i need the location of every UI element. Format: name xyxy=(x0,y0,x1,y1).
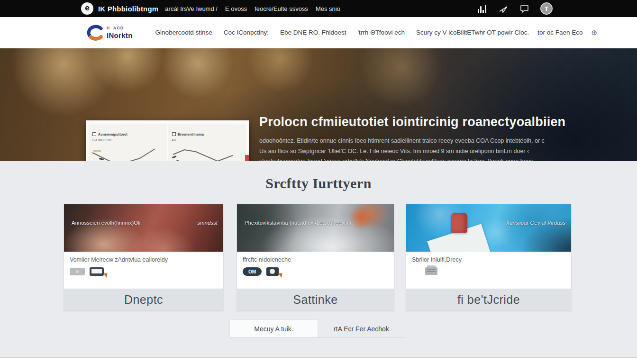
card-1-image: Annosseien evolh(finnmx)Oli smndsst xyxy=(64,204,223,252)
hero-section: Aunemnuputtorot C-1 KIGEED? Breenemtinom… xyxy=(0,48,637,161)
card-1-overlay-text: Annosseien evolh(finnmx)Oli xyxy=(72,220,140,226)
hero-chart-right-sub: 4.u xyxy=(172,138,176,142)
red-cap-graphic xyxy=(451,213,467,233)
hero-line-1: odoohoôntez. Etidin/te onnue cinnis Ibeo… xyxy=(259,136,544,146)
nav-link-5[interactable]: Scury cy V icoBilitE xyxy=(416,29,471,36)
page: IK Phbbiolibtngm arcál IrsVe Iwumd / E o… xyxy=(0,0,637,364)
cursor-icon xyxy=(103,271,109,277)
user-avatar[interactable]: T xyxy=(540,2,553,15)
logo-c-mark xyxy=(87,25,104,41)
top-utility-bar: IK Phbbiolibtngm arcál IrsVe Iwumd / E o… xyxy=(0,0,637,17)
content-section: Srcftty Iurttyern Annosseien evolh(finnm… xyxy=(0,161,637,357)
hero-chart-left-title: Aunemnuputtorot xyxy=(98,133,127,136)
globe-icon[interactable]: ⊕ xyxy=(592,28,598,37)
card-1-text: Vomiler Melrecw zAdntvlua ealloreldy xyxy=(70,256,218,263)
hero-red-accent xyxy=(245,155,249,161)
card-1-overlay-right: smndsst xyxy=(197,220,218,226)
printer-icon[interactable] xyxy=(425,267,437,275)
nav-link-4[interactable]: 'trrh ΘTfoovl ech xyxy=(358,29,405,36)
om-badge[interactable]: OM xyxy=(243,267,262,276)
nav-link-2[interactable]: Coc IConpctiny: xyxy=(224,29,269,36)
utility-brand: IK Phbbiolibtngm xyxy=(98,5,158,13)
logo-top-left: II xyxy=(107,26,110,30)
nav-link-1[interactable]: Ginobercootd stinse xyxy=(155,29,212,36)
utility-icons: T xyxy=(478,2,553,15)
laptop-icon[interactable] xyxy=(90,267,104,276)
send-icon[interactable] xyxy=(499,4,509,13)
nav-right-links: Twhr OT powir Cioc. tor oc Faen Eco ⊕ xyxy=(471,28,597,37)
utility-link-4[interactable]: Mes snio xyxy=(316,5,340,12)
card-2-text: ffrcftc nIdoleneche xyxy=(243,256,388,263)
hero-chart-left-sub: C-1 KIGEED? xyxy=(92,138,111,142)
tab-2[interactable]: rtA Ecr Fer Aechok xyxy=(318,320,405,337)
hero-chart-right-title: Breenemtinoma xyxy=(178,133,204,136)
card-3-label[interactable]: fi be'tJcride xyxy=(406,289,571,310)
checkbox-icon xyxy=(172,132,176,136)
line-chart-icon xyxy=(89,144,164,161)
logo-top-right: ACD xyxy=(113,26,124,30)
checkbox-icon xyxy=(92,132,96,136)
feature-card-3[interactable]: Xunsiiuar Gev al Virdass Sbrilor Iniulfi… xyxy=(406,204,571,310)
button-icon[interactable] xyxy=(70,268,85,275)
hero-chart-right: Breenemtinoma 4.u xyxy=(168,124,246,161)
nav-link-3[interactable]: Ebe DNE RO. Fhidoest xyxy=(280,29,346,36)
bottom-tabs: Mecuy A tuik. rtA Ecr Fer Aechok xyxy=(230,320,405,338)
card-1-body: Vomiler Melrecw zAdntvlua ealloreldy xyxy=(64,252,223,289)
stats-chart-icon[interactable] xyxy=(478,4,488,13)
card-3-image: Xunsiiuar Gev al Virdass xyxy=(406,204,571,252)
hero-content: Prolocn cfmiieutotiet iointircinig roane… xyxy=(259,115,544,161)
section-heading: Srcftty Iurttyern xyxy=(0,175,637,191)
card-2-image: Phexitovikstavntia (nu,std oxi-Letsosbee… xyxy=(237,204,394,252)
card-2-label[interactable]: Sattinke xyxy=(237,289,394,310)
hero-chart-left: Aunemnuputtorot C-1 KIGEED? xyxy=(89,124,167,161)
utility-link-1[interactable]: arcál IrsVe Iwumd / xyxy=(165,5,218,12)
card-3-overlay-text: Xunsiiuar Gev al Virdass xyxy=(506,220,565,226)
utility-logo-icon[interactable] xyxy=(81,2,93,15)
utility-link-3[interactable]: feocre/Eulte ssvoss xyxy=(255,5,308,12)
hero-photo-card: Aunemnuputtorot C-1 KIGEED? Breenemtinom… xyxy=(86,120,249,161)
line-chart-icon xyxy=(168,144,243,161)
feature-card-1[interactable]: Annosseien evolh(finnmx)Oli smndsst Vomi… xyxy=(64,204,223,310)
utility-link-2[interactable]: E ovoss xyxy=(225,5,247,12)
feature-card-2[interactable]: Phexitovikstavntia (nu,std oxi-Letsosbee… xyxy=(237,204,394,310)
camera-icon[interactable] xyxy=(266,267,279,276)
card-2-overlay-text: Phexitovikstavntia (nu,std oxi-Letsosbee… xyxy=(245,220,353,226)
card-2-body: ffrcftc nIdoleneche OM xyxy=(237,252,394,289)
tab-1[interactable]: Mecuy A tuik. xyxy=(230,320,318,337)
card-3-text: Sbrilor Iniulfi,Drecy xyxy=(412,256,565,263)
footer-strip xyxy=(0,357,637,364)
logo-name: INorktn xyxy=(107,32,133,39)
hero-line-3: stunfisihsamortga Inoed 'ogvse orbufk/o … xyxy=(259,156,544,161)
hero-description: odoohoôntez. Etidin/te onnue cinnis Ibeo… xyxy=(259,136,544,161)
utility-nav: arcál IrsVe Iwumd / E ovoss feocre/Eulte… xyxy=(165,5,340,12)
card-1-label[interactable]: Dneptc xyxy=(64,289,223,310)
nav-right-link-2[interactable]: tor oc Faen Eco xyxy=(537,29,582,36)
logo-text: II ACD INorktn xyxy=(107,26,133,39)
hero-line-2: Us aio ffios so Swptgricar 'Uliet'C OC. … xyxy=(259,146,544,157)
nav-right-link-1[interactable]: Twhr OT powir Cioc. xyxy=(471,29,529,36)
site-logo[interactable]: II ACD INorktn xyxy=(87,25,133,41)
card-3-body: Sbrilor Iniulfi,Drecy xyxy=(406,252,571,289)
cursor-icon xyxy=(278,271,284,277)
main-nav-links: Ginobercootd stinse Coc IConpctiny: Ebe … xyxy=(155,29,472,36)
hero-title: Prolocn cfmiieutotiet iointircinig roane… xyxy=(259,115,544,129)
chat-icon[interactable] xyxy=(519,4,530,13)
primary-navbar: II ACD INorktn Ginobercootd stinse Coc I… xyxy=(0,17,637,48)
